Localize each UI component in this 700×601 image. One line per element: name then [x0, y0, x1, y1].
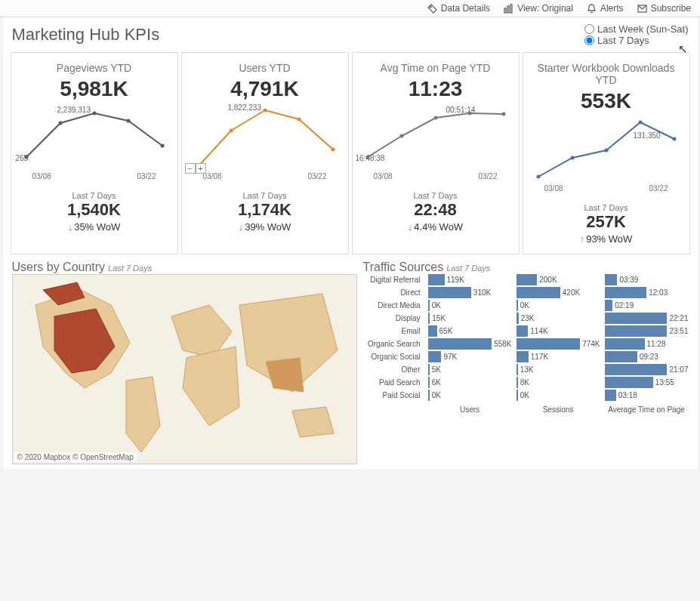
- traffic-bar-sessions[interactable]: 23K: [517, 313, 600, 324]
- traffic-bar-time[interactable]: 03:18: [605, 390, 689, 401]
- view-button[interactable]: View: Original: [504, 3, 573, 14]
- svg-point-7: [92, 112, 96, 116]
- radio-last-week-label: Last Week (Sun-Sat): [597, 23, 688, 35]
- traffic-bar-time[interactable]: 12:03: [605, 287, 689, 298]
- traffic-row-label: Paid Social: [363, 391, 424, 399]
- traffic-bar-sessions[interactable]: 774K: [517, 338, 600, 350]
- traffic-bar-users[interactable]: 5K: [428, 364, 512, 375]
- view-label: View: Original: [517, 3, 573, 14]
- drill-controls: − +: [185, 163, 206, 174]
- kpi-card-1[interactable]: Users YTD 4,791K 28 1,822,233 − + 03/080…: [181, 52, 349, 254]
- page-title: Marketing Hub KPIs: [12, 25, 160, 45]
- kpi-title: Starter Workbook Downloads YTD: [528, 62, 685, 86]
- kpi-sub-label: Last 7 Days: [16, 191, 173, 200]
- delta-arrow-icon: ↑: [580, 233, 585, 245]
- kpi-sub-label: Last 7 Days: [187, 191, 344, 200]
- traffic-bar-users[interactable]: 310K: [428, 287, 512, 298]
- traffic-value-users: 65K: [439, 327, 453, 335]
- traffic-title: Traffic Sources: [363, 260, 444, 273]
- traffic-bar-users[interactable]: 65K: [428, 325, 512, 337]
- traffic-bar-users[interactable]: 6K: [428, 377, 512, 388]
- xtick: 03/22: [478, 172, 497, 180]
- traffic-bar-sessions[interactable]: 114K: [517, 325, 600, 337]
- alerts-button[interactable]: Alerts: [587, 3, 624, 14]
- svg-rect-3: [510, 5, 512, 13]
- kpi-sub-value: 1,540K: [16, 200, 173, 220]
- traffic-bar-time[interactable]: 03:39: [605, 274, 689, 285]
- data-details-button[interactable]: Data Details: [427, 3, 490, 14]
- traffic-bar-sessions[interactable]: 200K: [517, 274, 600, 285]
- traffic-value-time: 12:03: [649, 288, 668, 297]
- dashboard: ↖ Marketing Hub KPIs Last Week (Sun-Sat)…: [3, 17, 698, 469]
- map-svg: [13, 275, 356, 464]
- tag-icon: [427, 4, 437, 14]
- svg-point-8: [126, 119, 130, 123]
- traffic-bar-users[interactable]: 119K: [428, 274, 512, 285]
- radio-last-7-label: Last 7 Days: [597, 35, 649, 46]
- traffic-bar-time[interactable]: 02:19: [605, 300, 689, 311]
- kpi-title: Users YTD: [187, 62, 344, 74]
- traffic-value-time: 03:18: [618, 391, 637, 399]
- spark-peak-label: 2,239,313: [57, 106, 91, 114]
- svg-point-11: [229, 129, 233, 133]
- traffic-bar-users[interactable]: 558K: [428, 338, 512, 350]
- traffic-bar-time[interactable]: 21:07: [605, 364, 689, 375]
- bell-icon: [587, 4, 597, 14]
- radio-last-7-days[interactable]: Last 7 Days: [584, 35, 688, 46]
- xtick: 03/08: [32, 172, 51, 180]
- radio-last-week[interactable]: Last Week (Sun-Sat): [584, 23, 688, 35]
- traffic-bar-time[interactable]: 13:55: [605, 377, 689, 388]
- traffic-bar-sessions[interactable]: 0K: [517, 390, 600, 401]
- kpi-value: 4,791K: [187, 77, 344, 101]
- traffic-row-label: Email: [363, 327, 424, 335]
- xtick: 03/22: [137, 172, 156, 180]
- traffic-bar-sessions[interactable]: 420K: [517, 287, 600, 298]
- traffic-bar-grid[interactable]: Digital Referral119K200K03:39Direct310K4…: [363, 274, 689, 414]
- svg-point-17: [433, 116, 437, 120]
- traffic-value-sessions: 8K: [520, 378, 529, 387]
- traffic-value-sessions: 117K: [531, 353, 548, 361]
- collapse-button[interactable]: −: [185, 163, 196, 174]
- spark-peak-label: 1,822,233: [228, 103, 262, 112]
- traffic-value-users: 15K: [432, 314, 446, 322]
- traffic-bar-time[interactable]: 22:21: [605, 313, 689, 324]
- traffic-row-label: Display: [363, 314, 424, 322]
- svg-point-13: [297, 118, 301, 122]
- traffic-bar-sessions[interactable]: 8K: [517, 377, 600, 388]
- traffic-bar-users[interactable]: 0K: [428, 300, 512, 311]
- subscribe-button[interactable]: Subscribe: [637, 3, 691, 14]
- xtick: 03/22: [307, 172, 326, 180]
- kpi-value: 11:23: [357, 77, 514, 101]
- traffic-value-sessions: 0K: [520, 301, 529, 310]
- expand-button[interactable]: +: [196, 163, 206, 174]
- kpi-sub-label: Last 7 Days: [528, 203, 685, 212]
- traffic-bar-users[interactable]: 0K: [428, 390, 512, 401]
- traffic-subtitle: Last 7 Days: [446, 264, 490, 273]
- traffic-bar-sessions[interactable]: 117K: [517, 351, 600, 362]
- traffic-value-users: 97K: [443, 353, 457, 361]
- svg-point-24: [672, 137, 676, 141]
- envelope-icon: [637, 4, 647, 14]
- traffic-bar-sessions[interactable]: 13K: [517, 364, 600, 375]
- traffic-value-users: 119K: [447, 276, 464, 284]
- traffic-value-users: 6K: [432, 378, 441, 387]
- kpi-card-0[interactable]: Pageviews YTD 5,981K 265 2,239,313 03/08…: [11, 52, 178, 254]
- kpi-card-2[interactable]: Avg Time on Page YTD 11:23 16:48:38 00:5…: [352, 52, 520, 254]
- traffic-bar-time[interactable]: 11:28: [605, 338, 689, 350]
- traffic-row-label: Organic Social: [363, 353, 424, 361]
- traffic-value-users: 558K: [494, 340, 511, 348]
- kpi-card-3[interactable]: Starter Workbook Downloads YTD 553K 131,…: [523, 52, 690, 254]
- traffic-bar-time[interactable]: 23:51: [605, 325, 689, 337]
- kpi-sparkline: 28 1,822,233 − +: [187, 104, 344, 172]
- traffic-bar-sessions[interactable]: 0K: [517, 300, 600, 311]
- kpi-sub-value: 257K: [528, 212, 685, 232]
- traffic-value-sessions: 200K: [539, 276, 557, 284]
- traffic-value-sessions: 420K: [563, 288, 580, 297]
- traffic-bar-users[interactable]: 15K: [428, 313, 512, 324]
- traffic-bar-users[interactable]: 97K: [428, 351, 512, 362]
- users-by-country-section: Users by CountryLast 7 Days © 2020 Mapbo…: [12, 260, 357, 464]
- svg-rect-1: [504, 8, 506, 13]
- traffic-bar-time[interactable]: 09:23: [605, 351, 689, 362]
- traffic-value-sessions: 0K: [520, 391, 529, 399]
- world-map[interactable]: © 2020 Mapbox © OpenStreetMap: [12, 274, 357, 464]
